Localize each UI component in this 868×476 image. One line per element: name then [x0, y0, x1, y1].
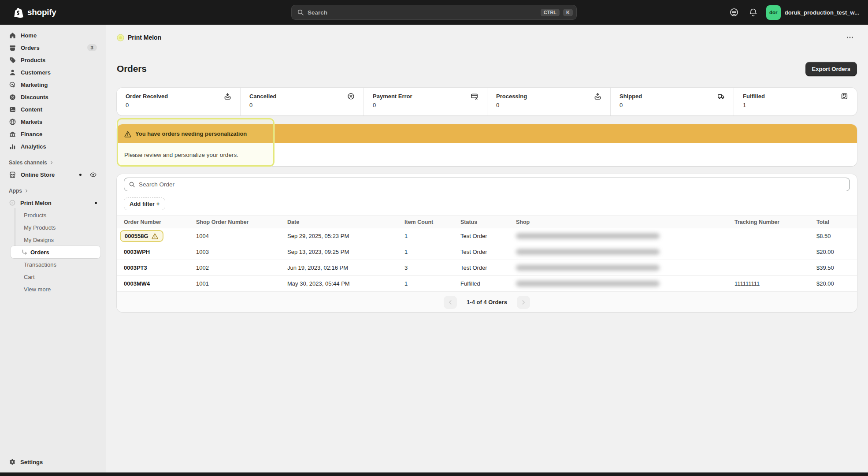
hook-arrow-icon — [22, 249, 28, 255]
cell-date: Sep 29, 2025, 05:23 PM — [287, 233, 404, 239]
sidebar-item-analytics[interactable]: Analytics — [5, 140, 100, 152]
storefront-icon — [9, 171, 16, 178]
account-menu[interactable]: dor doruk_production_test_w... — [765, 4, 862, 21]
cell-total: $20.00 — [816, 280, 850, 287]
app-subitem-transactions[interactable]: Transactions — [11, 258, 100, 271]
sidebar-section-apps[interactable]: Apps — [5, 188, 100, 194]
app-subitem-label: Cart — [24, 274, 35, 280]
cell-total: $8.50 — [816, 233, 850, 239]
table-row[interactable]: 0003WPH 1003 Sep 13, 2023, 09:25 PM 1 Te… — [117, 244, 857, 260]
print-melon-status-dot — [95, 202, 97, 204]
sidebar-item-label: Discounts — [21, 94, 97, 100]
table-row[interactable]: 0003MW4 1001 May 30, 2023, 05:44 PM 1 Fu… — [117, 276, 857, 292]
order-number-link[interactable]: 0003WPH — [124, 249, 150, 255]
app-subitem-my-designs[interactable]: My Designs — [11, 234, 100, 246]
sidebar-item-settings[interactable]: Settings — [5, 456, 100, 468]
topbar: shopify Search CTRL K dor doruk_producti… — [0, 0, 868, 25]
status-card-label: Payment Error — [373, 93, 471, 100]
personalization-banner: You have orders needing personalization … — [117, 124, 857, 166]
preview-eye-icon[interactable] — [89, 171, 97, 178]
kbd-ctrl: CTRL — [541, 9, 560, 16]
cell-date: Jun 19, 2023, 02:16 PM — [287, 264, 404, 271]
app-subitem-label: My Products — [24, 224, 56, 231]
app-subitem-view-more[interactable]: View more — [11, 283, 100, 295]
status-card-shipped[interactable]: Shipped 0 — [610, 88, 734, 115]
gear-icon — [9, 458, 16, 465]
table-row[interactable]: 000558G 1004 Sep 29, 2025, 05:23 PM 1 Te… — [117, 228, 857, 244]
sidebar-item-products[interactable]: Products — [5, 54, 100, 66]
shop-value-redacted — [516, 265, 660, 271]
cell-item-count: 1 — [404, 233, 460, 239]
sidebar-item-finance[interactable]: Finance — [5, 128, 100, 140]
order-number-link[interactable]: 0003MW4 — [124, 280, 150, 287]
page-header: Orders Export Orders — [117, 60, 857, 78]
sidebar-item-discounts[interactable]: Discounts — [5, 91, 100, 103]
markets-icon — [9, 118, 16, 126]
cell-status: Test Order — [460, 233, 516, 239]
sidebar-item-content[interactable]: Content — [5, 103, 100, 115]
order-status-summary: Order Received 0 Cancelled 0 Payment Err… — [117, 88, 857, 115]
print-melon-app-icon — [9, 199, 16, 206]
status-card-label: Fulfilled — [743, 93, 841, 100]
content-icon — [9, 106, 16, 113]
notifications-bell-icon[interactable] — [746, 4, 761, 20]
shopify-logo[interactable]: shopify — [0, 7, 56, 18]
shop-value-redacted — [516, 281, 660, 286]
status-card-processing[interactable]: Processing 0 — [487, 88, 610, 115]
previous-page-button[interactable] — [444, 296, 457, 309]
customers-icon — [9, 69, 16, 76]
status-card-label: Order Received — [126, 93, 224, 100]
app-subitem-label: Orders — [30, 249, 49, 256]
search-order-input[interactable] — [139, 181, 845, 188]
more-actions-ellipsis-icon[interactable] — [843, 32, 857, 43]
add-filter-button[interactable]: Add filter + — [124, 197, 165, 210]
app-subitem-orders[interactable]: Orders — [11, 246, 100, 258]
orders-icon — [9, 44, 16, 52]
status-card-cancelled[interactable]: Cancelled 0 — [240, 88, 364, 115]
status-card-value: 0 — [373, 102, 478, 108]
incognito-icon[interactable] — [726, 4, 742, 20]
sidebar-section-sales-channels[interactable]: Sales channels — [5, 160, 100, 166]
order-number-link[interactable]: 0003PT3 — [124, 264, 147, 271]
main-content: Print Melon Orders Export Orders Order R… — [106, 25, 868, 472]
global-search-bar[interactable]: Search CTRL K — [291, 5, 577, 20]
sidebar-item-label: Analytics — [21, 143, 97, 150]
cell-item-count: 1 — [404, 249, 460, 255]
status-card-order-received[interactable]: Order Received 0 — [117, 88, 240, 115]
order-search-field[interactable] — [124, 178, 850, 191]
inbox-receive-icon — [224, 93, 231, 100]
cell-status: Fulfilled — [460, 280, 516, 287]
table-header-row: Order NumberShop Order NumberDateItem Co… — [117, 216, 857, 228]
sidebar-item-home[interactable]: Home — [5, 29, 100, 41]
sidebar-item-orders[interactable]: Orders 3 — [5, 41, 100, 54]
status-card-fulfilled[interactable]: Fulfilled 1 — [734, 88, 857, 115]
app-subitem-my-products[interactable]: My Products — [11, 221, 100, 234]
sidebar-item-print-melon[interactable]: Print Melon — [5, 197, 100, 209]
app-subitem-label: Products — [24, 212, 46, 219]
next-page-button[interactable] — [517, 296, 530, 309]
sidebar-item-marketing[interactable]: Marketing — [5, 78, 100, 91]
chevron-right-icon — [24, 189, 29, 193]
status-card-payment-error[interactable]: Payment Error 0 — [364, 88, 487, 115]
export-orders-button[interactable]: Export Orders — [805, 62, 857, 76]
warning-amber-icon — [152, 233, 158, 239]
table-row[interactable]: 0003PT3 1002 Jun 19, 2023, 02:16 PM 3 Te… — [117, 260, 857, 276]
status-card-label: Processing — [496, 93, 594, 100]
cell-shop — [516, 281, 734, 286]
search-icon — [297, 9, 304, 16]
app-subitem-label: My Designs — [24, 237, 54, 243]
shopify-wordmark: shopify — [27, 7, 56, 17]
order-number-highlighted[interactable]: 000558G — [120, 230, 163, 242]
sidebar-item-markets[interactable]: Markets — [5, 115, 100, 128]
x-circle-icon — [347, 93, 355, 100]
app-subitem-cart[interactable]: Cart — [11, 271, 100, 283]
app-subitem-products[interactable]: Products — [11, 209, 100, 221]
shop-value-redacted — [516, 249, 660, 255]
sidebar-item-customers[interactable]: Customers — [5, 66, 100, 78]
cell-item-count: 3 — [404, 264, 460, 271]
inbox-process-icon — [594, 93, 601, 100]
sidebar-item-online-store[interactable]: Online Store — [5, 168, 100, 181]
sidebar-item-label: Customers — [21, 69, 97, 76]
sidebar-item-label: Finance — [21, 131, 97, 138]
apps-label: Apps — [9, 188, 22, 194]
